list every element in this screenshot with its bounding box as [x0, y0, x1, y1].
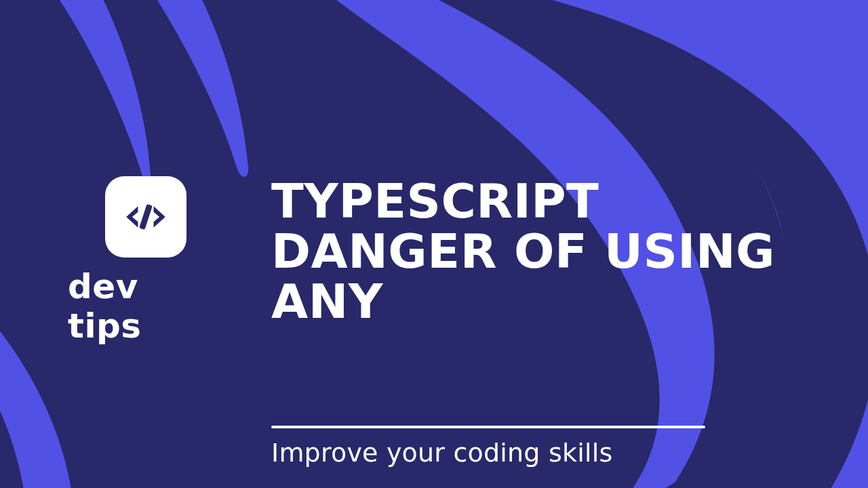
slide-subtitle: Improve your coding skills	[271, 438, 746, 468]
slide-canvas: dev tips TYPESCRIPT DANGER OF USING ANY …	[0, 0, 868, 488]
logo-badge	[105, 176, 186, 258]
brand-logo: dev tips	[68, 176, 224, 346]
svg-rect-0	[139, 204, 153, 230]
subtitle-block: Improve your coding skills	[271, 426, 746, 468]
code-icon	[121, 201, 170, 233]
brand-text: dev tips	[68, 267, 224, 346]
divider-line	[271, 426, 705, 428]
slide-title: TYPESCRIPT DANGER OF USING ANY	[271, 176, 827, 327]
